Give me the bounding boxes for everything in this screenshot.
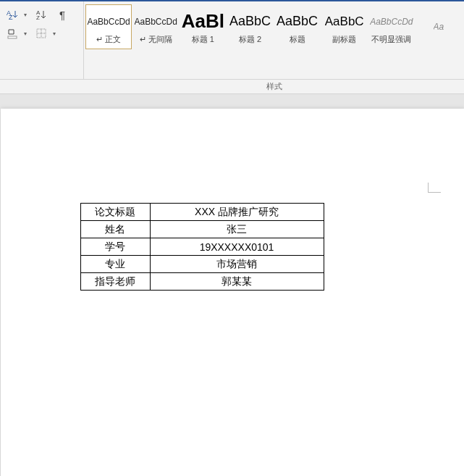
style-preview: AaBbCcDd [370,9,413,34]
style-name-label: 副标题 [332,34,356,45]
style-item[interactable]: AaBbC标题 [274,4,321,49]
table-row[interactable]: 论文标题XXX 品牌推广研究 [80,204,324,221]
ribbon-group-labels: 样式 [0,80,464,94]
dropdown-caret: ▾ [24,12,30,18]
table-cell-label[interactable]: 专业 [80,256,150,273]
ribbon: AZ ▾ AZ ¶ ▾ ▾ AaBbCcDd↵ 正文AaBbCcDd↵ 无间隔A… [0,1,464,80]
style-item[interactable]: AaBbC标题 2 [227,4,273,49]
table-cell-value[interactable]: 19XXXXXX0101 [150,238,324,256]
table-cell-value[interactable]: 张三 [150,221,324,238]
style-item[interactable]: AaBbCcDd↵ 无间隔 [132,4,179,49]
borders-button[interactable] [32,25,51,41]
style-preview: AaBl [182,9,224,34]
table-row[interactable]: 学号19XXXXXX0101 [80,238,324,256]
sort-button[interactable]: AZ [3,7,22,22]
style-preview: AaBbCcDd [135,9,177,34]
style-name-label: 标题 2 [239,34,261,45]
fill-color-button[interactable] [3,25,22,41]
document-page[interactable]: 论文标题XXX 品牌推广研究姓名张三学号19XXXXXX0101专业市场营销指导… [1,109,464,476]
style-name-label: ↵ 正文 [96,34,121,45]
style-item[interactable]: AaBbC副标题 [321,4,368,49]
sort-az-button[interactable]: AZ [32,7,51,22]
table-cell-label[interactable]: 学号 [80,238,150,256]
document-area: 论文标题XXX 品牌推广研究姓名张三学号19XXXXXX0101专业市场营销指导… [0,94,464,476]
table-cell-label[interactable]: 指导老师 [80,273,150,291]
style-name-label: 不明显强调 [371,34,411,45]
table-cell-value[interactable]: XXX 品牌推广研究 [150,204,324,221]
style-item[interactable]: AaBl标题 1 [180,4,226,49]
style-preview: AaBbC [325,9,364,34]
styles-gallery[interactable]: AaBbCcDd↵ 正文AaBbCcDd↵ 无间隔AaBl标题 1AaBbC标题… [84,1,464,79]
show-marks-button[interactable]: ¶ [53,7,72,22]
table-row[interactable]: 专业市场营销 [80,256,324,273]
table-row[interactable]: 姓名张三 [80,221,324,238]
style-name-label: 标题 [290,34,305,45]
thesis-info-table[interactable]: 论文标题XXX 品牌推广研究姓名张三学号19XXXXXX0101专业市场营销指导… [80,203,324,291]
svg-text:Z: Z [36,14,40,20]
style-preview: AaBbC [277,9,318,34]
style-item[interactable]: AaBbCcDd不明显强调 [368,4,415,49]
svg-text:Z: Z [9,14,13,20]
styles-group-label: 样式 [84,81,464,92]
margin-corner-mark [428,183,441,193]
svg-rect-4 [8,36,17,38]
table-cell-value[interactable]: 市场营销 [150,256,324,273]
style-item[interactable]: Aa [416,4,462,49]
style-item[interactable]: AaBbCcDd↵ 正文 [85,4,132,49]
style-name-label: 标题 1 [192,34,214,45]
dropdown-caret: ▾ [24,30,30,37]
table-cell-label[interactable]: 姓名 [80,221,150,238]
table-row[interactable]: 指导老师郭某某 [80,273,324,291]
style-preview: Aa [434,14,444,39]
style-preview: AaBbC [229,9,271,34]
style-preview: AaBbCcDd [87,9,130,34]
dropdown-caret: ▾ [53,30,59,37]
paragraph-group: AZ ▾ AZ ¶ ▾ ▾ [0,1,84,79]
table-cell-label[interactable]: 论文标题 [80,204,150,221]
table-cell-value[interactable]: 郭某某 [150,273,324,291]
style-name-label: ↵ 无间隔 [140,34,172,45]
